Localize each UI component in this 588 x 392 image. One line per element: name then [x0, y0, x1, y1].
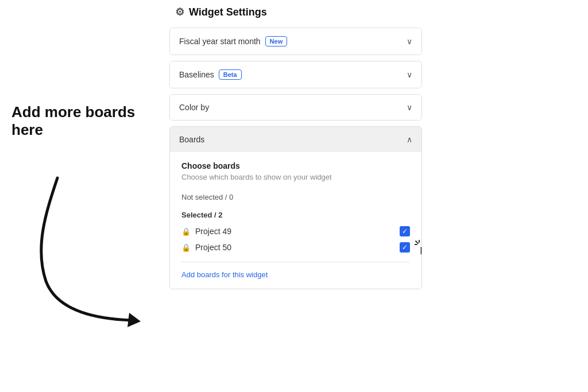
- baselines-chevron: ∨: [407, 70, 412, 79]
- fiscal-year-header-left: Fiscal year start month New: [179, 36, 287, 46]
- fiscal-year-row[interactable]: Fiscal year start month New ∨: [169, 28, 422, 55]
- baselines-label: Baselines: [179, 70, 214, 79]
- color-by-header-left: Color by: [179, 103, 209, 112]
- boards-chevron-up: ∧: [407, 135, 412, 144]
- project-49-left: 🔒 Project 49: [181, 227, 231, 236]
- color-by-chevron: ∨: [407, 103, 412, 112]
- project-50-left: 🔒 Project 50: [181, 243, 231, 252]
- panel-title: ⚙ Widget Settings: [169, 6, 422, 18]
- svg-marker-0: [127, 313, 141, 327]
- baselines-header-left: Baselines Beta: [179, 69, 242, 80]
- color-by-row[interactable]: Color by ∨: [169, 94, 422, 121]
- project-50-row: 🔒 Project 50 ✓: [181, 242, 410, 253]
- choose-boards-title: Choose boards: [181, 161, 410, 170]
- cursor-icon: [415, 240, 422, 261]
- fiscal-year-badge: New: [265, 36, 288, 46]
- not-selected-label: Not selected / 0: [181, 193, 410, 201]
- project-50-checkbox[interactable]: ✓: [400, 242, 410, 253]
- boards-header-label: Boards: [179, 135, 204, 144]
- settings-panel: ⚙ Widget Settings Fiscal year start mont…: [169, 6, 422, 289]
- project-49-name: Project 49: [195, 227, 231, 236]
- svg-marker-4: [420, 246, 422, 258]
- project-50-lock-icon: 🔒: [181, 243, 191, 252]
- baselines-row[interactable]: Baselines Beta ∨: [169, 61, 422, 88]
- boards-content: Choose boards Choose which boards to sho…: [170, 152, 421, 289]
- panel-title-text: Widget Settings: [189, 6, 267, 18]
- fiscal-year-chevron: ∨: [407, 37, 412, 46]
- baselines-header[interactable]: Baselines Beta ∨: [170, 61, 421, 88]
- fiscal-year-header[interactable]: Fiscal year start month New ∨: [170, 28, 421, 55]
- project-49-lock-icon: 🔒: [181, 227, 191, 236]
- fiscal-year-label: Fiscal year start month: [179, 37, 261, 46]
- page-wrapper: Add more boards here ⚙ Widget Settings F…: [0, 0, 588, 392]
- annotation-area: Add more boards here: [0, 103, 167, 145]
- color-by-label: Color by: [179, 103, 209, 112]
- project-49-checkmark: ✓: [402, 227, 408, 235]
- baselines-badge: Beta: [219, 69, 242, 80]
- project-50-name: Project 50: [195, 243, 231, 252]
- project-50-checkbox-area: ✓: [400, 242, 410, 253]
- project-49-checkbox[interactable]: ✓: [400, 226, 410, 236]
- annotation-text: Add more boards here: [0, 103, 167, 139]
- choose-boards-subtitle: Choose which boards to show on your widg…: [181, 173, 410, 181]
- selected-label: Selected / 2: [181, 211, 410, 219]
- project-49-row: 🔒 Project 49 ✓: [181, 226, 410, 236]
- boards-header[interactable]: Boards ∧: [170, 127, 421, 152]
- gear-icon: ⚙: [175, 6, 184, 18]
- svg-line-1: [416, 241, 418, 243]
- project-50-checkmark: ✓: [402, 243, 408, 251]
- project-49-checkbox-area: ✓: [400, 226, 410, 236]
- add-boards-link[interactable]: Add boards for this widget: [181, 270, 268, 279]
- color-by-header[interactable]: Color by ∨: [170, 95, 421, 120]
- divider: [181, 262, 410, 262]
- boards-section: Boards ∧ Choose boards Choose which boar…: [169, 126, 422, 289]
